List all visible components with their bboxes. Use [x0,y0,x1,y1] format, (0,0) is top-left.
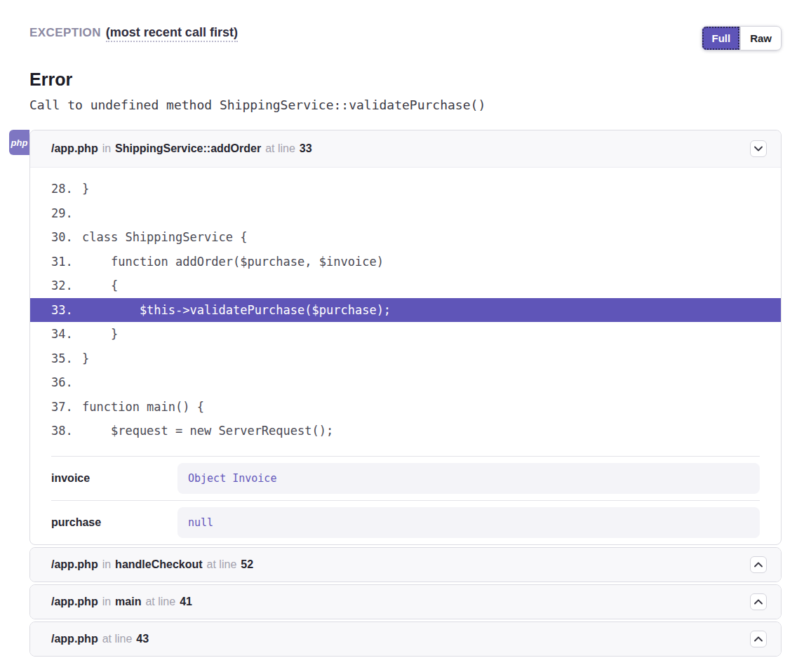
view-toggle: Full Raw [702,26,782,51]
topbar: EXCEPTION(most recent call first) Full R… [29,25,782,51]
error-heading: Error [29,69,782,90]
raw-button[interactable]: Raw [740,26,782,51]
frame-in-label: in [102,558,111,571]
argument-name: invoice [51,472,177,485]
argument-row: invoice Object Invoice [51,456,760,500]
frame-file: /app.php [51,142,98,155]
code-line: 31. function addOrder($purchase, $invoic… [30,250,781,274]
frame-function: handleCheckout [115,558,202,571]
code-line: 30.class ShippingService { [30,225,781,250]
php-badge: php [9,130,29,155]
frame-line-number: 52 [241,558,253,571]
expand-frame-button[interactable] [750,593,767,610]
trace-frame-header[interactable]: /app.php at line 43 [30,622,781,656]
frame-function: ShippingService::addOrder [115,142,261,155]
frame-line-number: 33 [300,142,312,155]
frame-atline-label: at line [207,558,237,571]
frame-atline-label: at line [145,596,175,608]
code-line: 34. } [30,322,781,347]
collapse-frame-button[interactable] [750,140,767,157]
full-button[interactable]: Full [702,26,740,51]
frame-file: /app.php [51,558,98,571]
error-message: Call to undefined method ShippingService… [29,98,782,112]
chevron-up-icon [754,599,763,605]
trace-frame: /app.php at line 43 [29,621,782,657]
error-block: Error Call to undefined method ShippingS… [29,69,782,112]
argument-row: purchase null [51,500,760,544]
trace-frame-header[interactable]: /app.php in handleCheckout at line 52 [30,548,781,582]
code-line: 32. { [30,274,781,298]
frame-arguments: invoice Object Invoice purchase null [51,456,760,544]
frame-line-number: 43 [136,633,149,645]
argument-name: purchase [51,516,177,529]
frame-atline-label: at line [102,633,133,645]
chevron-up-icon [754,562,763,567]
chevron-down-icon [754,146,763,152]
expand-frame-button[interactable] [750,631,767,647]
code-line: 28.} [30,177,781,201]
argument-value: Object Invoice [177,463,760,494]
frame-file: /app.php [51,633,98,645]
trace-frame-header[interactable]: /app.php in main at line 41 [30,585,781,619]
exception-label: EXCEPTION [29,26,101,39]
frame-file: /app.php [51,596,98,608]
frame-atline-label: at line [265,142,295,155]
stack-trace: php /app.php in ShippingService::addOrde… [29,130,782,657]
chevron-up-icon [754,636,763,642]
code-line: 36. [30,370,781,395]
frame-line-number: 41 [180,596,192,608]
call-order-label: (most recent call first) [106,25,238,42]
argument-value: null [177,507,760,538]
code-line-highlighted: 33. $this->validatePurchase($purchase); [30,298,781,323]
trace-frame: /app.php in main at line 41 [29,584,782,619]
code-line: 29. [30,201,781,226]
page-title: EXCEPTION(most recent call first) [29,25,238,40]
frame-in-label: in [102,596,111,608]
trace-frame: /app.php in handleCheckout at line 52 [29,547,782,582]
code-line: 37.function main() { [30,395,781,419]
trace-frame: /app.php in ShippingService::addOrder at… [29,130,782,545]
frame-function: main [115,596,141,608]
trace-frame-header[interactable]: /app.php in ShippingService::addOrder at… [30,130,781,168]
code-line: 35.} [30,347,781,371]
code-excerpt: 28.} 29. 30.class ShippingService { 31. … [30,168,781,450]
frame-in-label: in [102,142,111,155]
expand-frame-button[interactable] [750,556,767,573]
code-line: 38. $request = new ServerRequest(); [30,419,781,443]
